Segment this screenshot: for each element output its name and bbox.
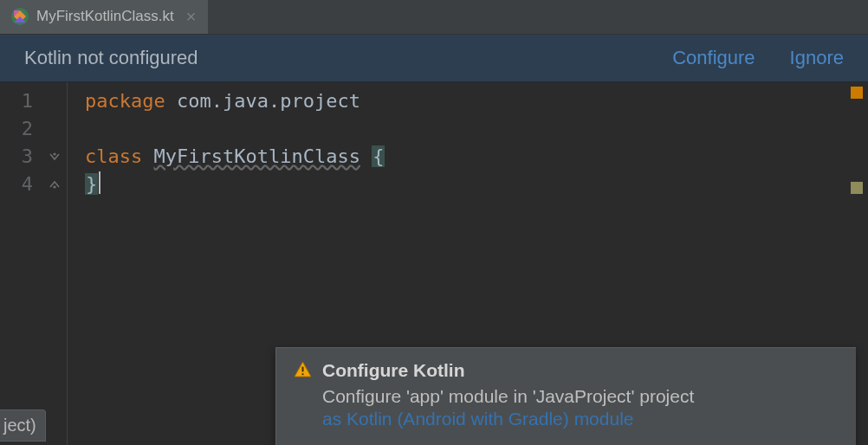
- kotlin-file-icon: [10, 7, 29, 26]
- intention-title: Configure Kotlin: [322, 360, 464, 381]
- intention-popup[interactable]: Configure Kotlin Configure 'app' module …: [275, 347, 856, 445]
- fold-toggle-end-icon[interactable]: [42, 171, 67, 198]
- line-number: 3: [0, 143, 42, 171]
- tab-bar: MyFirstKotlinClass.kt ×: [0, 0, 868, 35]
- warning-icon: [294, 360, 312, 381]
- weak-warning-marker-icon[interactable]: [851, 182, 863, 194]
- warning-marker-icon[interactable]: [851, 87, 863, 99]
- svg-point-1: [53, 152, 55, 155]
- tab-filename: MyFirstKotlinClass.kt: [36, 8, 174, 25]
- svg-rect-3: [302, 367, 304, 372]
- configure-link[interactable]: Configure: [672, 47, 755, 69]
- line-number: 2: [0, 115, 42, 143]
- line-number: 4: [0, 171, 42, 198]
- fold-toggle-start-icon[interactable]: [42, 143, 67, 171]
- intention-action-link[interactable]: as Kotlin (Android with Gradle) module: [322, 409, 839, 429]
- caret-icon: [99, 171, 100, 194]
- truncated-panel: ject): [0, 410, 46, 442]
- code-line: class MyFirstKotlinClass {: [85, 143, 868, 171]
- intention-description: Configure 'app' module in 'JavaProject' …: [322, 386, 839, 407]
- notification-message: Kotlin not configured: [24, 47, 638, 69]
- ignore-link[interactable]: Ignore: [790, 47, 844, 69]
- code-line: [85, 115, 868, 143]
- code-line: }: [85, 171, 868, 198]
- truncated-panel-label: ject): [3, 416, 36, 435]
- notification-bar: Kotlin not configured Configure Ignore: [0, 35, 868, 82]
- inspection-stripe[interactable]: [851, 87, 863, 102]
- line-number: 1: [0, 87, 42, 115]
- code-line: package com.java.project: [85, 87, 868, 115]
- line-number-gutter: 1 2 3 4: [0, 82, 42, 445]
- close-icon[interactable]: ×: [186, 8, 197, 25]
- svg-rect-4: [302, 373, 304, 375]
- fold-gutter: [42, 82, 68, 445]
- file-tab[interactable]: MyFirstKotlinClass.kt ×: [0, 0, 208, 34]
- svg-point-2: [53, 185, 55, 188]
